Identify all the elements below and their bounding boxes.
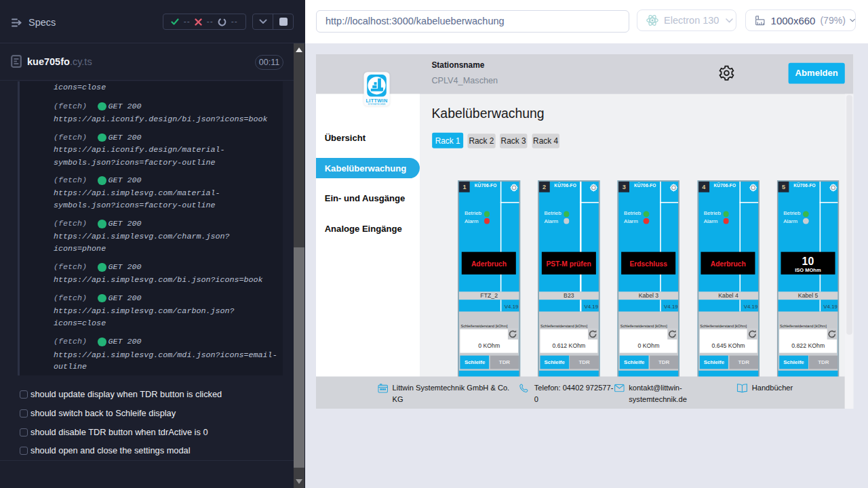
svg-text:SYSTEMTECHNIK: SYSTEMTECHNIK — [368, 103, 385, 106]
